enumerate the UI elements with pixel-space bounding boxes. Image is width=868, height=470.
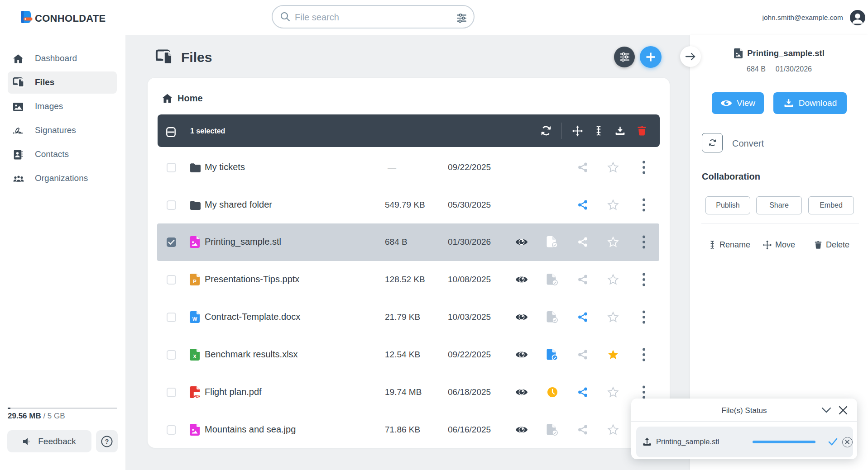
- svg-text:PDF: PDF: [193, 394, 200, 399]
- svg-text:X: X: [193, 354, 197, 359]
- svg-text:?: ?: [105, 438, 109, 445]
- svg-text:W: W: [192, 316, 197, 322]
- svg-text:P: P: [193, 279, 197, 284]
